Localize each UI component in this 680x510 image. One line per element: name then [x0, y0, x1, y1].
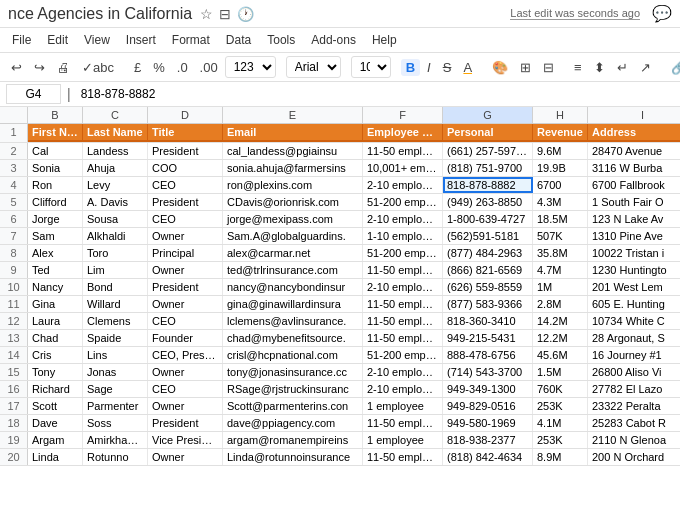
cell-revenue[interactable]: 6700	[533, 177, 588, 193]
cell-email[interactable]: Scott@parmenterins.con	[223, 398, 363, 414]
header-email[interactable]: Email	[223, 124, 363, 142]
cell-personal[interactable]: (562)591-5181	[443, 228, 533, 244]
row-num[interactable]: 16	[0, 381, 28, 397]
menu-format[interactable]: Format	[164, 30, 218, 50]
cell-empsize[interactable]: 51-200 employees	[363, 245, 443, 261]
row-num[interactable]: 3	[0, 160, 28, 176]
cell-personal[interactable]: (949) 263-8850	[443, 194, 533, 210]
redo-button[interactable]: ↪	[29, 58, 50, 77]
cell-email[interactable]: RSage@rjstruckinsuranc	[223, 381, 363, 397]
cell-email[interactable]: jorge@mexipass.com	[223, 211, 363, 227]
cell-empsize[interactable]: 1 employee	[363, 398, 443, 414]
row-num[interactable]: 7	[0, 228, 28, 244]
cell-firstname[interactable]: Sam	[28, 228, 83, 244]
cell-address[interactable]: 1230 Huntingto	[588, 262, 680, 278]
comment-icon[interactable]: 💬	[652, 4, 672, 23]
row-num[interactable]: 12	[0, 313, 28, 329]
strikethrough-button[interactable]: S	[438, 58, 457, 77]
cell-email[interactable]: dave@ppiagency.com	[223, 415, 363, 431]
cell-personal[interactable]: 949-215-5431	[443, 330, 533, 346]
valign-button[interactable]: ⬍	[589, 58, 610, 77]
cell-lastname[interactable]: Ahuja	[83, 160, 148, 176]
cell-lastname[interactable]: Levy	[83, 177, 148, 193]
cell-firstname[interactable]: Alex	[28, 245, 83, 261]
cell-lastname[interactable]: Sage	[83, 381, 148, 397]
cell-personal[interactable]: (714) 543-3700	[443, 364, 533, 380]
cell-email[interactable]: Linda@rotunnoinsurance	[223, 449, 363, 465]
row-num[interactable]: 11	[0, 296, 28, 312]
bold-button[interactable]: B	[401, 59, 420, 76]
cell-address[interactable]: 605 E. Hunting	[588, 296, 680, 312]
cell-title[interactable]: CEO	[148, 211, 223, 227]
cell-empsize[interactable]: 10,001+ employees	[363, 160, 443, 176]
row-num[interactable]: 10	[0, 279, 28, 295]
cell-lastname[interactable]: Willard	[83, 296, 148, 312]
cell-firstname[interactable]: Tony	[28, 364, 83, 380]
cell-address[interactable]: 10734 White C	[588, 313, 680, 329]
col-header-d[interactable]: D	[148, 107, 223, 123]
cell-firstname[interactable]: Ted	[28, 262, 83, 278]
menu-edit[interactable]: Edit	[39, 30, 76, 50]
col-header-h[interactable]: H	[533, 107, 588, 123]
row-num-1[interactable]: 1	[0, 124, 28, 142]
font-family-select[interactable]: Arial	[286, 56, 341, 78]
cell-email[interactable]: lclemens@avlinsurance.	[223, 313, 363, 329]
header-title[interactable]: Title	[148, 124, 223, 142]
cell-lastname[interactable]: Parmenter	[83, 398, 148, 414]
cell-revenue[interactable]: 1M	[533, 279, 588, 295]
history-icon[interactable]: 🕐	[237, 6, 254, 22]
menu-file[interactable]: File	[4, 30, 39, 50]
text-color-button[interactable]: A	[458, 58, 477, 77]
menu-addons[interactable]: Add-ons	[303, 30, 364, 50]
undo-button[interactable]: ↩	[6, 58, 27, 77]
cell-revenue[interactable]: 507K	[533, 228, 588, 244]
row-num[interactable]: 4	[0, 177, 28, 193]
cell-title[interactable]: Owner	[148, 398, 223, 414]
menu-insert[interactable]: Insert	[118, 30, 164, 50]
cell-address[interactable]: 28470 Avenue	[588, 143, 680, 159]
cell-firstname[interactable]: Argam	[28, 432, 83, 448]
star-icon[interactable]: ☆	[200, 6, 213, 22]
italic-button[interactable]: I	[422, 58, 436, 77]
cell-personal[interactable]: (866) 821-6569	[443, 262, 533, 278]
merge-button[interactable]: ⊟	[538, 58, 559, 77]
cell-title[interactable]: CEO	[148, 381, 223, 397]
col-header-b[interactable]: B	[28, 107, 83, 123]
cell-title[interactable]: COO	[148, 160, 223, 176]
row-num[interactable]: 5	[0, 194, 28, 210]
cell-revenue[interactable]: 18.5M	[533, 211, 588, 227]
formula-input[interactable]	[77, 85, 674, 103]
link-button[interactable]: 🔗	[666, 58, 680, 77]
cell-lastname[interactable]: Bond	[83, 279, 148, 295]
cell-empsize[interactable]: 51-200 employees	[363, 194, 443, 210]
cell-reference-input[interactable]	[6, 84, 61, 104]
cell-firstname[interactable]: Scott	[28, 398, 83, 414]
cell-email[interactable]: ted@trlrinsurance.com	[223, 262, 363, 278]
header-revenue[interactable]: Revenue	[533, 124, 588, 142]
drive-icon[interactable]: ⊟	[219, 6, 231, 22]
rotate-button[interactable]: ↗	[635, 58, 656, 77]
cell-address[interactable]: 26800 Aliso Vi	[588, 364, 680, 380]
cell-address[interactable]: 28 Argonaut, S	[588, 330, 680, 346]
row-num[interactable]: 17	[0, 398, 28, 414]
cell-lastname[interactable]: Alkhaldi	[83, 228, 148, 244]
cell-revenue[interactable]: 253K	[533, 432, 588, 448]
cell-title[interactable]: Owner	[148, 364, 223, 380]
cell-revenue[interactable]: 19.9B	[533, 160, 588, 176]
row-num[interactable]: 20	[0, 449, 28, 465]
col-header-i[interactable]: I	[588, 107, 680, 123]
cell-personal[interactable]: 1-800-639-4727	[443, 211, 533, 227]
cell-revenue[interactable]: 1.5M	[533, 364, 588, 380]
cell-revenue[interactable]: 4.3M	[533, 194, 588, 210]
cell-email[interactable]: chad@mybenefitsource.	[223, 330, 363, 346]
cell-empsize[interactable]: 11-50 employees	[363, 313, 443, 329]
align-button[interactable]: ≡	[569, 58, 587, 77]
row-num[interactable]: 2	[0, 143, 28, 159]
cell-empsize[interactable]: 11-50 employees	[363, 330, 443, 346]
cell-address[interactable]: 10022 Tristan i	[588, 245, 680, 261]
cell-empsize[interactable]: 2-10 employees	[363, 279, 443, 295]
cell-lastname[interactable]: Rotunno	[83, 449, 148, 465]
header-address[interactable]: Address	[588, 124, 680, 142]
cell-empsize[interactable]: 11-50 employees	[363, 296, 443, 312]
cell-personal[interactable]: 818-878-8882	[443, 177, 533, 193]
